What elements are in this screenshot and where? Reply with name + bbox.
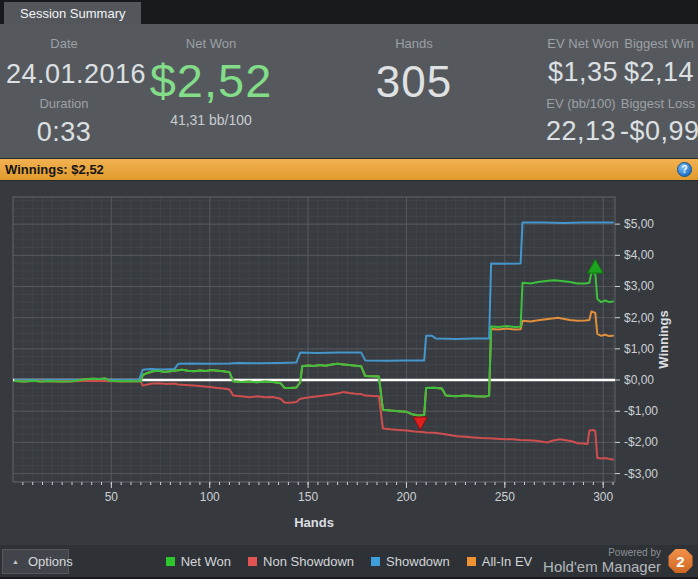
powered-by-label: Powered by [543,547,661,558]
svg-text:300: 300 [593,490,613,504]
svg-text:-$2,00: -$2,00 [624,435,658,449]
legend-label: All-In EV [482,554,533,569]
stat-biggest-loss-value: -$0,99 [620,116,696,147]
options-button-label: Options [28,554,73,569]
winnings-header-bar[interactable]: Winnings: $2,52 ? [0,158,698,181]
stat-date: Date 24.01.2016 [6,36,122,90]
titlebar: Session Summary [0,0,698,24]
brand-text: Powered by Hold'em Manager [543,547,661,575]
legend-label: Showdown [386,554,450,569]
svg-text:$1,00: $1,00 [624,342,654,356]
stat-ev-bb100-label: EV (bb/100) [536,96,626,111]
tab-session-summary[interactable]: Session Summary [4,2,141,24]
all-in-ev-swatch-icon [467,557,476,566]
stat-biggest-win-label: Biggest Win [624,36,694,51]
net-won-swatch-icon [166,557,175,566]
stat-date-value: 24.01.2016 [6,59,122,90]
svg-text:$5,00: $5,00 [624,217,654,231]
winnings-chart[interactable]: $5,00$4,00$3,00$2,00$1,00$0,00-$1,00-$2,… [0,181,698,545]
svg-text:100: 100 [200,490,220,504]
stat-duration-label: Duration [6,96,122,111]
stats-panel: Date 24.01.2016 Duration 0:33 Net Won $2… [0,24,698,158]
stat-date-label: Date [6,36,122,51]
stat-biggest-loss: Biggest Loss -$0,99 [620,96,696,147]
chevron-up-icon: ▲ [12,558,19,565]
legend-label: Non Showdown [263,554,354,569]
stat-biggest-win-value: $2,14 [624,57,694,88]
stat-hands-value: 305 [344,57,484,107]
stat-ev-bb100-value: 22,13 [536,116,626,147]
stat-ev-net-won: EV Net Won $1,35 [540,36,626,88]
svg-text:250: 250 [495,490,515,504]
stat-hands-label: Hands [344,36,484,51]
stat-hands: Hands 305 [344,36,484,107]
legend-item-all-in-ev[interactable]: All-In EV [467,554,533,569]
brand-name: Hold'em Manager [543,558,661,575]
svg-text:$4,00: $4,00 [624,248,654,262]
stat-ev-bb100: EV (bb/100) 22,13 [536,96,626,147]
hm2-logo-icon: 2 [668,549,693,574]
stat-net-won-value: $2,52 [136,53,286,108]
stat-duration: Duration 0:33 [6,96,122,148]
svg-text:Winnings: Winnings [656,310,671,368]
legend-item-net-won[interactable]: Net Won [166,554,231,569]
legend-label: Net Won [181,554,231,569]
help-icon[interactable]: ? [677,162,692,177]
svg-text:$2,00: $2,00 [624,311,654,325]
stat-ev-net-won-value: $1,35 [540,57,626,88]
winnings-header-text: Winnings: $2,52 [5,162,104,177]
svg-text:Hands: Hands [294,515,334,530]
stat-biggest-win: Biggest Win $2,14 [624,36,694,88]
stat-net-won-bb100: 41,31 bb/100 [136,112,286,128]
non-showdown-swatch-icon [248,557,257,566]
svg-text:$0,00: $0,00 [624,373,654,387]
svg-text:-$3,00: -$3,00 [624,467,658,481]
stat-biggest-loss-label: Biggest Loss [620,96,696,111]
showdown-swatch-icon [371,557,380,566]
options-button[interactable]: ▲ Options [2,549,69,574]
legend-item-non-showdown[interactable]: Non Showdown [248,554,354,569]
stat-net-won-label: Net Won [136,36,286,51]
svg-text:$3,00: $3,00 [624,279,654,293]
stat-ev-net-won-label: EV Net Won [540,36,626,51]
session-summary-window: Session Summary Date 24.01.2016 Duration… [0,0,698,579]
stat-net-won: Net Won $2,52 41,31 bb/100 [136,36,286,128]
branding: Powered by Hold'em Manager 2 [543,547,693,575]
legend-item-showdown[interactable]: Showdown [371,554,450,569]
svg-text:50: 50 [105,490,119,504]
svg-text:150: 150 [298,490,318,504]
svg-text:200: 200 [396,490,416,504]
svg-text:-$1,00: -$1,00 [624,404,658,418]
footer-bar: ▲ Options Net Won Non Showdown Showdown … [0,545,698,577]
stat-duration-value: 0:33 [6,117,122,148]
chart-panel: $5,00$4,00$3,00$2,00$1,00$0,00-$1,00-$2,… [0,181,698,545]
